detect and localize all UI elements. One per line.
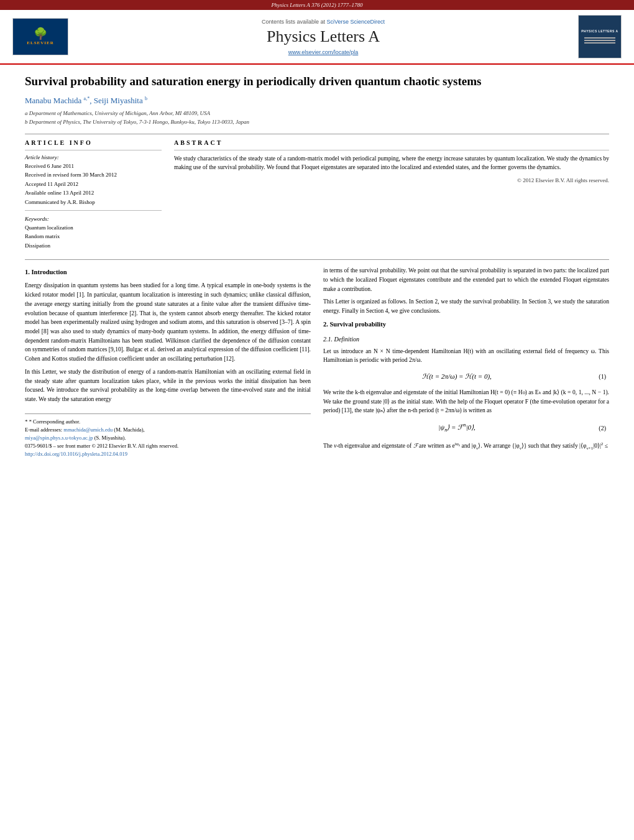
intro-para-2: In this Letter, we study the distributio…: [25, 367, 311, 404]
doi-line: http://dx.doi.org/10.1016/j.physleta.201…: [25, 450, 311, 458]
keyword-3: Dissipation: [25, 241, 162, 250]
body-col-right: in terms of the survival probability. We…: [323, 266, 609, 458]
cover-line-3: [584, 42, 615, 44]
corresponding-label: * Corresponding author.: [29, 418, 80, 425]
keyword-2: Random matrix: [25, 232, 162, 241]
elsevier-brand: ELSEVIER: [27, 40, 53, 45]
date-online: Available online 13 April 2012: [25, 188, 162, 197]
section-divider-1: [25, 134, 609, 134]
author-machida: Manabu Machida a,*,: [25, 96, 94, 105]
journal-name: Physics Letters A: [75, 27, 572, 46]
info-dates: Received 6 June 2011 Received in revised…: [25, 162, 162, 206]
email-miyashita-name: (S. Miyashita).: [94, 435, 126, 441]
body-col-left: 1. Introduction Energy dissipation in qu…: [25, 266, 311, 458]
cover-line-1: [584, 37, 615, 39]
keywords-label: Keywords:: [25, 216, 162, 222]
cover-title: PHYSICS LETTERS A: [581, 29, 618, 33]
affiliation-a: a Department of Mathematics, University …: [25, 109, 609, 118]
abstract-divider: [174, 150, 609, 150]
equation-2-block: |ψn⟩ = ℱn|0⟩, (2): [323, 422, 609, 435]
abstract-section: ABSTRACT We study characteristics of the…: [174, 139, 609, 250]
equation-2-number: (2): [587, 423, 606, 433]
section2-para2: We write the k-th eigenvalue and eigenst…: [323, 388, 609, 415]
email-line: E-mail addresses: mmachida@umich.edu (M.…: [25, 426, 311, 434]
equation-1-content: ℋ(t = 2π/ω) = ℋ(t = 0),: [326, 371, 587, 382]
email-machida-name: (M. Machida),: [114, 427, 144, 433]
info-divider-1: [25, 150, 162, 150]
keyword-1: Quantum localization: [25, 223, 162, 232]
abstract-title: ABSTRACT: [174, 139, 609, 146]
copyright-notice: © 2012 Elsevier B.V. All rights reserved…: [174, 177, 609, 183]
article-info-abstract-section: ARTICLE INFO Article history: Received 6…: [25, 139, 609, 250]
section2-para1: Let us introduce an N × N time-dependent…: [323, 347, 609, 365]
email-label: E-mail addresses:: [25, 427, 62, 433]
date-accepted: Accepted 11 April 2012: [25, 180, 162, 188]
tree-icon: 🌳: [34, 28, 47, 39]
journal-header-bar: Physics Letters A 376 (2012) 1777–1780: [0, 0, 634, 10]
affiliation-b: b Department of Physics, The University …: [25, 118, 609, 127]
date-revised: Received in revised form 30 March 2012: [25, 170, 162, 179]
info-divider-2: [25, 210, 162, 211]
affiliations: a Department of Mathematics, University …: [25, 109, 609, 126]
history-label: Article history:: [25, 154, 162, 160]
main-content: Survival probability and saturation ener…: [0, 65, 634, 470]
communicated-by: Communicated by A.R. Bishop: [25, 198, 162, 206]
equation-1-math: ℋ(t = 2π/ω) = ℋ(t = 0),: [422, 372, 492, 380]
equation-2-content: |ψn⟩ = ℱn|0⟩,: [326, 422, 587, 435]
they-word: they: [551, 443, 561, 449]
footer-notes: * * Corresponding author. E-mail address…: [25, 413, 311, 458]
cover-lines: [584, 36, 615, 45]
subsection-2-1-heading: 2.1. Definition: [323, 335, 609, 344]
equation-1-block: ℋ(t = 2π/ω) = ℋ(t = 0), (1): [323, 371, 609, 382]
equation-1-number: (1): [587, 372, 606, 382]
elsevier-logo: 🌳 ELSEVIER: [12, 18, 68, 55]
issn-line: 0375-9601/$ – see front matter © 2012 El…: [25, 442, 311, 450]
article-title: Survival probability and saturation ener…: [25, 74, 609, 90]
section-divider-2: [25, 259, 609, 260]
page-wrapper: Physics Letters A 376 (2012) 1777–1780 🌳…: [0, 0, 634, 840]
doi-link[interactable]: http://dx.doi.org/10.1016/j.physleta.201…: [25, 451, 127, 457]
article-info-title: ARTICLE INFO: [25, 139, 162, 146]
abstract-text: We study characteristics of the steady s…: [174, 154, 609, 172]
authors-line: Manabu Machida a,*, Seiji Miyashita b: [25, 96, 609, 106]
section-2-heading: 2. Survival probability: [323, 320, 609, 330]
issn-text: 0375-9601/$ – see front matter © 2012 El…: [25, 443, 178, 449]
article-info-panel: ARTICLE INFO Article history: Received 6…: [25, 139, 162, 250]
email-miyashita[interactable]: miya@spin.phys.s.u-tokyo.ac.jp: [25, 435, 93, 441]
asterisk: *: [25, 418, 28, 425]
author-miyashita: Seiji Miyashita b: [94, 96, 147, 105]
body-columns: 1. Introduction Energy dissipation in qu…: [25, 266, 609, 458]
sciverse-link[interactable]: SciVerse ScienceDirect: [327, 19, 385, 25]
equation-2-math: |ψn⟩ = ℱn|0⟩,: [438, 423, 475, 431]
cover-line-2: [584, 40, 615, 41]
intro-para-right-1: in terms of the survival probability. We…: [323, 266, 609, 293]
section2-para3: The ν-th eigenvalue and eigenstate of ℱ …: [323, 441, 609, 452]
journal-website-link[interactable]: www.elsevier.com/locate/pla: [288, 49, 359, 55]
intro-para-right-2: This Letter is organized as follows. In …: [323, 297, 609, 315]
intro-para-1: Energy dissipation in quantum systems ha…: [25, 281, 311, 363]
journal-website: www.elsevier.com/locate/pla: [75, 48, 572, 55]
keywords-section: Keywords: Quantum localization Random ma…: [25, 216, 162, 250]
publisher-header: 🌳 ELSEVIER Contents lists available at S…: [0, 10, 634, 65]
date-received: Received 6 June 2011: [25, 162, 162, 170]
corresponding-author-note: * * Corresponding author.: [25, 418, 311, 427]
sciverse-text: Contents lists available at SciVerse Sci…: [75, 18, 572, 25]
email-line-2: miya@spin.phys.s.u-tokyo.ac.jp (S. Miyas…: [25, 434, 311, 442]
journal-cover-image: PHYSICS LETTERS A: [578, 15, 622, 58]
journal-title-center: Contents lists available at SciVerse Sci…: [75, 18, 572, 55]
email-machida[interactable]: mmachida@umich.edu: [63, 427, 113, 433]
section-1-heading: 1. Introduction: [25, 267, 311, 277]
journal-citation: Physics Letters A 376 (2012) 1777–1780: [272, 2, 363, 8]
